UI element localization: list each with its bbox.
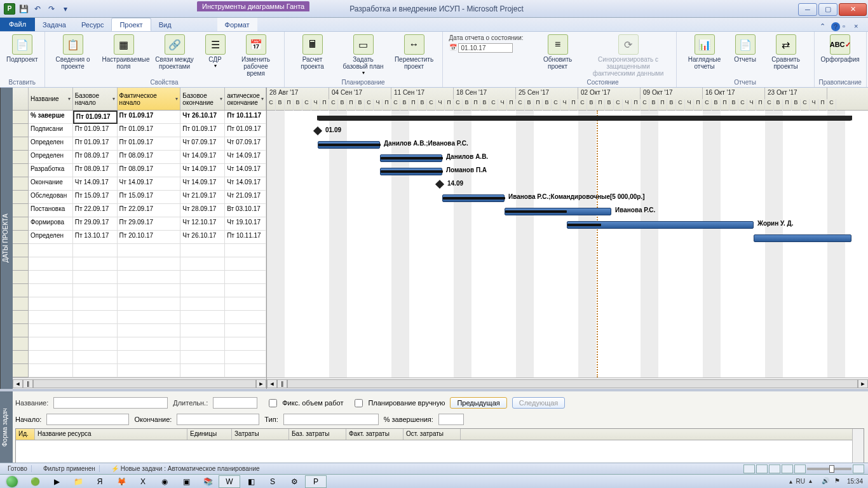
table-row[interactable]: РазработкаПт 08.09.17Пт 08.09.17Чт 14.09…	[13, 164, 266, 177]
tray-sound-icon[interactable]: 🔊	[822, 477, 831, 486]
tab-format[interactable]: Формат	[217, 18, 257, 31]
table-row[interactable]: % завершеПт 01.09.17Пт 01.09.17Чт 26.10.…	[13, 111, 266, 124]
finish-field[interactable]	[177, 414, 259, 425]
table-row[interactable]	[13, 257, 266, 271]
column-header[interactable]	[13, 88, 29, 110]
visual-reports-button[interactable]: 📊Наглядные отчеты	[681, 33, 729, 71]
tab-resource[interactable]: Ресурс	[74, 18, 111, 31]
table-row[interactable]	[13, 297, 266, 311]
fixed-work-checkbox[interactable]	[269, 399, 277, 407]
grid-hscroll[interactable]: ◄‖►	[13, 377, 266, 389]
gantt-hscroll[interactable]: ◄‖►	[267, 377, 868, 389]
table-row[interactable]	[13, 324, 266, 337]
taskbar-app1-icon[interactable]: ▣	[175, 475, 197, 488]
name-field[interactable]	[53, 397, 168, 409]
taskbar-winrar-icon[interactable]: 📚	[197, 475, 219, 488]
view-usage-icon[interactable]	[756, 464, 768, 473]
column-header[interactable]: Базовое начало▾	[73, 88, 118, 110]
baseline-button[interactable]: ▭Задать базовый план▾	[339, 33, 388, 77]
table-row[interactable]: ПостановкаПт 22.09.17Пт 22.09.17Чт 28.09…	[13, 204, 266, 217]
zoom-in-icon[interactable]	[853, 464, 864, 473]
update-project-button[interactable]: ≡Обновить проект	[534, 33, 582, 71]
duration-field[interactable]	[213, 397, 257, 409]
redo-icon[interactable]: ↷	[46, 3, 57, 15]
taskbar-word-icon[interactable]: W	[219, 475, 240, 488]
tray-up-icon[interactable]: ▴	[789, 478, 792, 485]
view-resource-icon[interactable]	[782, 464, 793, 473]
status-date-value[interactable]: 01.10.17	[458, 43, 513, 53]
view-gantt-icon[interactable]	[743, 464, 755, 473]
tray-flag-icon[interactable]: ⚑	[834, 477, 843, 486]
help-icon[interactable]: ?	[831, 22, 840, 31]
save-icon[interactable]: 💾	[18, 3, 29, 15]
tray-time[interactable]: 15:34	[847, 478, 863, 485]
task-bar[interactable]	[318, 141, 380, 149]
maximize-button[interactable]: ▢	[818, 3, 837, 16]
column-header[interactable]: Базовое окончание▾	[180, 88, 225, 110]
taskbar-media-icon[interactable]: ▶	[46, 475, 67, 488]
tab-view[interactable]: Вид	[151, 18, 179, 31]
column-header[interactable]: Название▾	[29, 88, 73, 110]
close-button[interactable]: ✕	[839, 3, 867, 16]
subproject-button[interactable]: 📄Подпроект	[4, 33, 41, 64]
tray-lang[interactable]: RU	[796, 478, 805, 485]
task-bar[interactable]	[380, 154, 442, 162]
task-bar[interactable]	[567, 221, 754, 229]
table-row[interactable]	[13, 244, 266, 257]
tab-project[interactable]: Проект	[111, 18, 151, 31]
table-row[interactable]	[13, 311, 266, 324]
custom-fields-button[interactable]: ▦Настраиваемые поля	[100, 33, 148, 71]
table-row[interactable]: ОпределенПт 01.09.17Пт 01.09.17Чт 07.09.…	[13, 137, 266, 151]
tab-task[interactable]: Задача	[35, 18, 74, 31]
taskbar-firefox-icon[interactable]: 🦊	[111, 475, 132, 488]
table-row[interactable]: ОкончаниеЧт 14.09.17Чт 14.09.17Чт 14.09.…	[13, 177, 266, 191]
close-doc-icon[interactable]: ×	[854, 22, 863, 31]
task-bar[interactable]	[754, 234, 851, 242]
column-header[interactable]: Фактическое начало▾	[118, 88, 181, 110]
gantt-body[interactable]: 01.09Данилов А.В.;Иванова Р.С.Данилов А.…	[267, 111, 868, 377]
task-bar[interactable]	[505, 208, 611, 215]
move-project-button[interactable]: ↔Переместить проект	[390, 33, 438, 71]
project-links-button[interactable]: 🔗Связи между проектами	[151, 33, 199, 71]
summary-bar[interactable]	[318, 116, 851, 121]
table-row[interactable]	[13, 337, 266, 351]
table-row[interactable]	[13, 351, 266, 364]
wbs-button[interactable]: ☰СДР▾	[201, 33, 229, 70]
next-button[interactable]: Следующая	[512, 397, 566, 409]
project-info-button[interactable]: 📋Сведения о проекте	[49, 33, 97, 71]
view-team-icon[interactable]	[769, 464, 780, 473]
table-row[interactable]: ОпределенПт 08.09.17Пт 08.09.17Чт 14.09.…	[13, 151, 266, 164]
task-bar[interactable]	[380, 168, 442, 175]
taskbar-skype-icon[interactable]: S	[262, 475, 283, 488]
table-row[interactable]: ОбследованПт 15.09.17Пт 15.09.17Чт 21.09…	[13, 191, 266, 204]
calculate-button[interactable]: 🖩Расчет проекта	[288, 33, 337, 71]
reports-button[interactable]: 📄Отчеты	[731, 33, 759, 64]
compare-projects-button[interactable]: ⇄Сравнить проекты	[762, 33, 810, 71]
spelling-button[interactable]: ABC✓Орфография	[818, 33, 862, 64]
start-field[interactable]	[46, 414, 129, 425]
table-row[interactable]	[13, 364, 266, 377]
left-vertical-tab[interactable]: ДАТЫ ПРОЕКТА	[0, 88, 13, 389]
table-row[interactable]: ФормироваПт 29.09.17Пт 29.09.17Чт 12.10.…	[13, 217, 266, 231]
minimize-button[interactable]: ─	[798, 3, 817, 16]
taskbar-project-icon[interactable]: P	[305, 475, 327, 488]
taskbar-app3-icon[interactable]: ⚙	[283, 475, 305, 488]
zoom-slider[interactable]	[829, 465, 834, 473]
undo-icon[interactable]: ↶	[32, 3, 43, 15]
pct-field[interactable]	[438, 414, 464, 425]
taskbar-chrome2-icon[interactable]: ◉	[154, 475, 175, 488]
previous-button[interactable]: Предыдущая	[450, 397, 506, 409]
taskbar-explorer-icon[interactable]: 📁	[67, 475, 89, 488]
file-tab[interactable]: Файл	[0, 17, 35, 31]
table-row[interactable]: ПодписаниПт 01.09.17Пт 01.09.17Пт 01.09.…	[13, 124, 266, 137]
form-vertical-tab[interactable]: Форма задач	[0, 391, 13, 464]
start-button[interactable]	[0, 475, 24, 489]
type-field[interactable]	[283, 414, 379, 425]
taskbar-excel-icon[interactable]: X	[132, 475, 154, 488]
restore-window-icon[interactable]: ▫	[843, 22, 851, 31]
taskbar-app2-icon[interactable]: ◧	[240, 475, 262, 488]
calendar-small-icon[interactable]: 📅	[449, 44, 457, 51]
ribbon-minimize-icon[interactable]: ⌃	[820, 22, 829, 31]
tray-network-icon[interactable]: ▴	[809, 477, 818, 486]
task-bar[interactable]	[442, 194, 505, 202]
